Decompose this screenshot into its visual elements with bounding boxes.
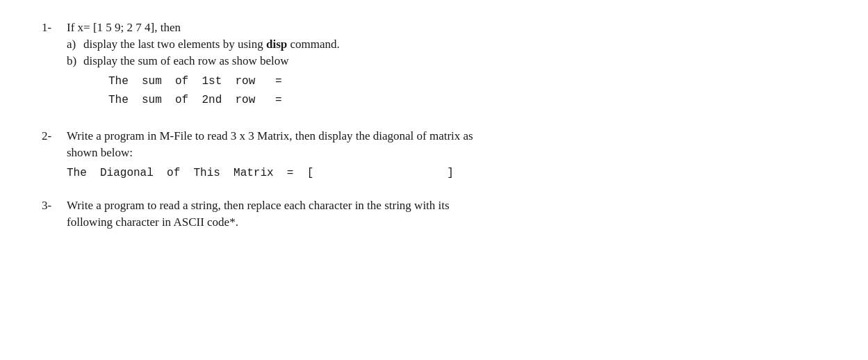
question-1-sub-a: a) display the last two elements by usin… <box>67 38 833 51</box>
question-1-sub-a-text: display the last two elements by using d… <box>83 38 833 51</box>
question-2-text-line2: shown below: <box>67 146 133 159</box>
question-3-line: 3- Write a program to read a string, the… <box>42 199 833 213</box>
question-1-sub-a-text-after: command. <box>287 38 340 51</box>
question-1-sub-a-text-before: display the last two elements by using <box>83 38 266 51</box>
content-block: 1- If x= [1 5 9; 2 7 4], then a) display… <box>42 21 833 229</box>
question-1-sub-a-bold: disp <box>266 38 287 51</box>
question-3-text: Write a program to read a string, then r… <box>67 199 833 213</box>
question-2-diagonal-code: The Diagonal of This Matrix = [ ] <box>67 167 833 179</box>
question-1-sub-b-text: display the sum of each row as show belo… <box>83 54 833 68</box>
question-3-number: 3- <box>42 199 67 213</box>
question-2-wrapped: shown below: <box>67 146 833 160</box>
question-1-code-line-1: The sum of 1st row = <box>108 72 833 91</box>
question-2-text: Write a program in M-File to read 3 x 3 … <box>67 129 833 143</box>
question-1-sub-b: b) display the sum of each row as show b… <box>67 54 833 68</box>
question-2-line: 2- Write a program in M-File to read 3 x… <box>42 129 833 143</box>
question-1-code-line-2: The sum of 2nd row = <box>108 91 833 110</box>
question-3-text-line1: Write a program to read a string, then r… <box>67 199 450 212</box>
question-2-text-line1: Write a program in M-File to read 3 x 3 … <box>67 129 473 142</box>
question-1-line: 1- If x= [1 5 9; 2 7 4], then <box>42 21 833 35</box>
question-2-number: 2- <box>42 129 67 143</box>
question-1-subitems: a) display the last two elements by usin… <box>67 38 833 110</box>
question-1-sub-a-label: a) <box>67 38 83 51</box>
question-3: 3- Write a program to read a string, the… <box>42 199 833 229</box>
question-3-wrapped: following character in ASCII code*. <box>67 215 833 229</box>
question-1-sub-b-label: b) <box>67 54 83 68</box>
question-1: 1- If x= [1 5 9; 2 7 4], then a) display… <box>42 21 833 110</box>
question-1-intro: If x= [1 5 9; 2 7 4], then <box>67 21 833 35</box>
question-2: 2- Write a program in M-File to read 3 x… <box>42 129 833 179</box>
question-1-number: 1- <box>42 21 67 35</box>
question-1-code: The sum of 1st row = The sum of 2nd row … <box>108 72 833 110</box>
question-3-text-line2: following character in ASCII code*. <box>67 215 238 229</box>
